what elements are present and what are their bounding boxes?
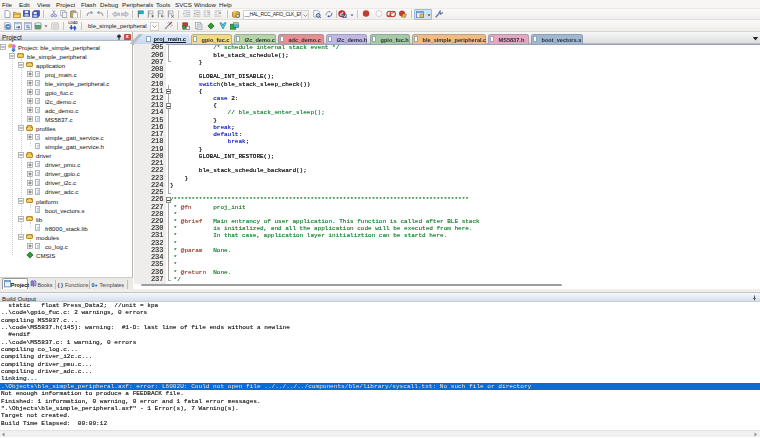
svg-text:LOAD: LOAD	[68, 21, 78, 25]
